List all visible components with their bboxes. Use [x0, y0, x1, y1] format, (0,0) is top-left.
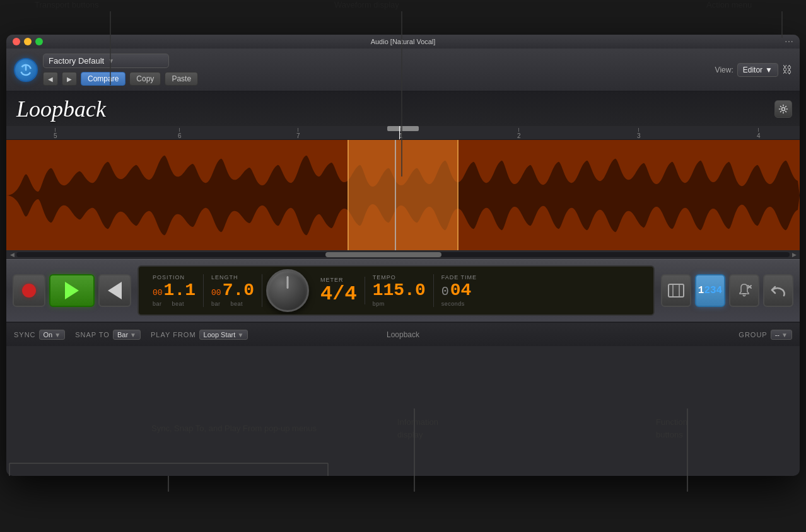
- preset-name: Factory Default: [49, 56, 104, 66]
- power-button[interactable]: [14, 58, 38, 82]
- length-label: LENGTH: [211, 274, 238, 280]
- play-triangle-icon: [65, 282, 79, 299]
- tempo-unit: bpm: [373, 301, 385, 307]
- loop-button[interactable]: [661, 274, 691, 307]
- scroll-right-button[interactable]: ▶: [790, 250, 798, 259]
- position-bar-value: 00: [153, 288, 163, 298]
- play-from-control: PLAY FROM Loop Start ▼: [151, 330, 248, 340]
- scrollbar-track[interactable]: [16, 252, 790, 257]
- ruler-mark-3: 3: [637, 128, 641, 139]
- ruler-mark-7: 7: [296, 128, 300, 139]
- ruler-mark-6: 6: [178, 128, 182, 139]
- transport-buttons: [13, 274, 131, 307]
- undo-button[interactable]: [763, 274, 793, 307]
- fade-prefix: 0: [441, 284, 449, 299]
- snap-value[interactable]: Bar ▼: [113, 330, 141, 340]
- length-section: LENGTH 00 7.0 bar beat: [204, 274, 262, 307]
- stop-triangle-icon: [108, 282, 122, 299]
- ruler-mark-5: 5: [54, 128, 57, 139]
- position-beat-value: 1.1: [164, 282, 196, 299]
- length-bar-unit: bar: [211, 301, 221, 307]
- play-button[interactable]: [49, 274, 95, 307]
- action-menu-icon[interactable]: ⋯: [785, 37, 793, 47]
- tempo-value: 115.0: [373, 282, 426, 299]
- svg-point-5: [782, 107, 785, 110]
- waveform-playhead: [395, 140, 396, 250]
- length-beat-unit: beat: [231, 301, 243, 307]
- master-knob[interactable]: [266, 269, 309, 312]
- stop-button[interactable]: [98, 274, 131, 307]
- view-option-text: Editor: [743, 66, 762, 74]
- close-button[interactable]: [13, 38, 20, 45]
- copy-button[interactable]: Copy: [129, 72, 161, 86]
- group-label: GROUP: [739, 331, 767, 338]
- maximize-button[interactable]: [35, 38, 43, 45]
- preset-area: Factory Default ▼ ◀ ▶ Compare Copy Paste: [43, 54, 710, 86]
- link-icon[interactable]: ⛓: [782, 64, 792, 76]
- position-beat-unit: beat: [172, 301, 185, 307]
- loop-region[interactable]: [348, 140, 458, 250]
- scrollbar-thumb[interactable]: [325, 252, 441, 257]
- bottom-app-name: Loopback: [387, 330, 419, 339]
- scroll-left-button[interactable]: ◀: [8, 250, 16, 259]
- playhead-handle[interactable]: [387, 126, 419, 131]
- play-from-dropdown-icon: ▼: [237, 332, 243, 338]
- bottom-bar: SYNC On ▼ SNAP TO Bar ▼ PLAY FROM Loop S…: [6, 322, 800, 346]
- waveform-area[interactable]: // This won't execute in SVG context, so…: [6, 140, 800, 250]
- annotation-transport: Transport buttons: [35, 0, 98, 9]
- fade-value: 04: [450, 282, 472, 299]
- sync-dropdown-icon: ▼: [54, 332, 61, 338]
- sync-value[interactable]: On ▼: [39, 330, 66, 340]
- traffic-lights: [13, 38, 43, 45]
- annotation-waveform: Waveform display: [334, 0, 399, 9]
- bell-icon: [737, 283, 752, 298]
- knob-section: [262, 265, 313, 316]
- waveform-scrollbar[interactable]: ◀ ▶: [6, 250, 800, 259]
- mute-button[interactable]: [729, 274, 759, 307]
- preset-controls-row: ◀ ▶ Compare Copy Paste: [43, 72, 710, 86]
- play-from-value-text: Loop Start: [204, 331, 236, 338]
- gear-icon: [778, 104, 788, 114]
- record-button[interactable]: [13, 274, 45, 307]
- ruler-mark-2: 2: [517, 128, 521, 139]
- position-section: POSITION 00 1.1 bar beat: [145, 274, 204, 307]
- snap-label: SNAP TO: [75, 331, 110, 338]
- sync-control: SYNC On ▼: [14, 330, 65, 340]
- prev-preset-button[interactable]: ◀: [43, 72, 58, 86]
- number-display-button[interactable]: 1 234: [695, 274, 725, 307]
- play-from-value[interactable]: Loop Start ▼: [199, 330, 248, 340]
- tempo-section: TEMPO 115.0 bpm: [365, 274, 434, 307]
- settings-gear-button[interactable]: [774, 100, 792, 118]
- length-beat-value: 7.0: [223, 282, 254, 299]
- group-value[interactable]: -- ▼: [771, 330, 792, 340]
- preset-selector[interactable]: Factory Default ▼: [43, 54, 169, 68]
- paste-button[interactable]: Paste: [165, 72, 198, 86]
- position-bar-unit: bar: [153, 301, 162, 307]
- sync-value-text: On: [44, 331, 53, 338]
- ruler-mark-4: 4: [757, 128, 761, 139]
- playhead-position-line: [399, 126, 400, 139]
- group-dropdown-icon: ▼: [781, 332, 788, 338]
- group-value-text: --: [775, 331, 780, 338]
- number-display-value: 1 234: [698, 285, 722, 296]
- fade-label: FADE TIME: [441, 274, 477, 280]
- length-bar-value: 00: [211, 288, 221, 298]
- function-buttons: 1 234: [661, 274, 793, 307]
- view-selector[interactable]: Editor ▼: [737, 63, 778, 77]
- position-label: POSITION: [153, 274, 185, 280]
- top-toolbar: Factory Default ▼ ◀ ▶ Compare Copy Paste…: [6, 49, 800, 91]
- view-dropdown-icon: ▼: [765, 66, 773, 74]
- preset-row: Factory Default ▼: [43, 54, 710, 68]
- controls-section: POSITION 00 1.1 bar beat LENGTH 00 7.0: [6, 259, 800, 322]
- timeline-ruler: 5 6 7 1 2 3 4: [6, 126, 800, 140]
- view-area: View: Editor ▼ ⛓: [715, 63, 792, 77]
- tempo-label: TEMPO: [373, 274, 396, 280]
- meter-section: METER 4/4: [313, 277, 365, 304]
- next-preset-button[interactable]: ▶: [62, 72, 77, 86]
- minimize-button[interactable]: [24, 38, 32, 45]
- compare-button[interactable]: Compare: [81, 72, 126, 86]
- fade-time-section: FADE TIME 0 04 seconds: [434, 274, 484, 307]
- view-label: View:: [715, 66, 733, 74]
- title-bar: Audio [Natural Vocal] ⋯: [6, 35, 800, 49]
- loop-icon: [668, 284, 684, 298]
